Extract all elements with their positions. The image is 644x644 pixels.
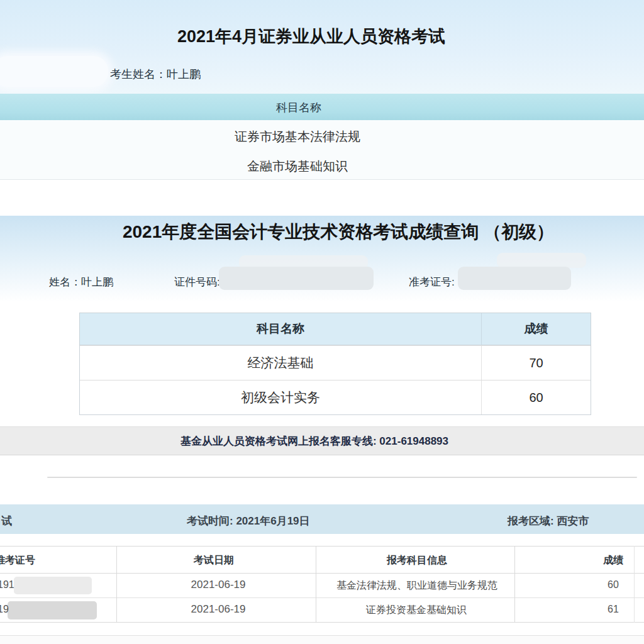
fund-table-top-border xyxy=(0,546,644,547)
ticket-column-header: 准考证号 xyxy=(0,554,35,567)
subject-column-header: 科目名称 xyxy=(80,313,481,345)
fund-table-column-border xyxy=(316,546,316,623)
fund-exam-name-partial: 试 xyxy=(1,514,12,528)
admission-ticket-label: 准考证号: xyxy=(409,275,455,289)
section-divider-line xyxy=(47,477,637,478)
redaction-blur-id-number xyxy=(219,267,374,290)
date-cell: 2021-06-19 xyxy=(191,579,246,591)
redaction-blur-ticket-row2 xyxy=(8,601,97,619)
score-cell: 60 xyxy=(481,380,591,414)
subject-cell: 证券投资基金基础知识 xyxy=(366,604,467,617)
subject-info-column-header: 报考科目信息 xyxy=(387,554,447,567)
id-number-label: 证件号码: xyxy=(174,275,220,289)
name-label: 姓名：叶上鹏 xyxy=(49,275,113,289)
score-cell: 70 xyxy=(481,346,591,380)
fund-table-row-border xyxy=(0,597,644,598)
candidate-name-label: 考生姓名：叶上鹏 xyxy=(110,67,201,82)
subject-cell: 初级会计实务 xyxy=(80,380,481,414)
fund-table-header-border xyxy=(0,573,644,574)
exam-region-label: 报考区域: 西安市 xyxy=(508,514,589,528)
fund-table-right-border xyxy=(634,546,635,623)
ticket-cell-partial: 19 xyxy=(0,604,9,615)
date-cell: 2021-06-19 xyxy=(191,603,246,616)
score-column-header: 成绩 xyxy=(481,313,591,345)
redaction-blur-ticket-row1 xyxy=(14,577,92,594)
exam-time-label: 考试时间: 2021年6月19日 xyxy=(187,514,310,528)
subject-cell: 经济法基础 xyxy=(80,346,481,380)
bottom-strip xyxy=(0,635,644,644)
accounting-score-table: 科目名称 成绩 经济法基础 70 初级会计实务 60 xyxy=(79,313,591,415)
accounting-table-header-row: 科目名称 成绩 xyxy=(80,313,591,345)
redaction-blur-ticket-number xyxy=(458,267,571,290)
securities-table-row: 证券市场基本法律法规 xyxy=(0,120,644,150)
fund-table-bottom-border xyxy=(0,622,644,623)
score-cell: 61 xyxy=(608,604,619,615)
securities-table-header-bar xyxy=(0,94,644,120)
securities-subject-cell: 金融市场基础知识 xyxy=(247,158,348,175)
securities-exam-title: 2021年4月证券业从业人员资格考试 xyxy=(177,25,445,48)
fund-table-column-border xyxy=(514,546,515,623)
score-cell: 60 xyxy=(608,579,619,591)
fund-table-column-border xyxy=(116,546,117,623)
securities-subject-cell: 证券市场基本法律法规 xyxy=(235,128,360,145)
score-column-header: 成绩 xyxy=(603,554,623,567)
ticket-cell-partial: 191 xyxy=(0,579,14,591)
accounting-exam-title: 2021年度全国会计专业技术资格考试成绩查询 （初级） xyxy=(123,220,554,244)
score-results-page: 2021年4月证券业从业人员资格考试 考生姓名：叶上鹏 科目名称 证券市场基本法… xyxy=(0,0,644,644)
date-column-header: 考试日期 xyxy=(194,554,234,567)
accounting-table-row: 经济法基础 70 xyxy=(80,345,591,380)
hotline-text: 基金从业人员资格考试网上报名客服专线: 021-61948893 xyxy=(180,434,448,448)
securities-subject-column-header: 科目名称 xyxy=(276,100,321,115)
redaction-blur-ticket-number xyxy=(497,253,586,268)
accounting-table-row: 初级会计实务 60 xyxy=(80,380,591,414)
redaction-blur-top-left xyxy=(0,56,108,87)
securities-table-row: 金融市场基础知识 xyxy=(0,150,644,180)
subject-cell: 基金法律法规、职业道德与业务规范 xyxy=(336,579,497,592)
